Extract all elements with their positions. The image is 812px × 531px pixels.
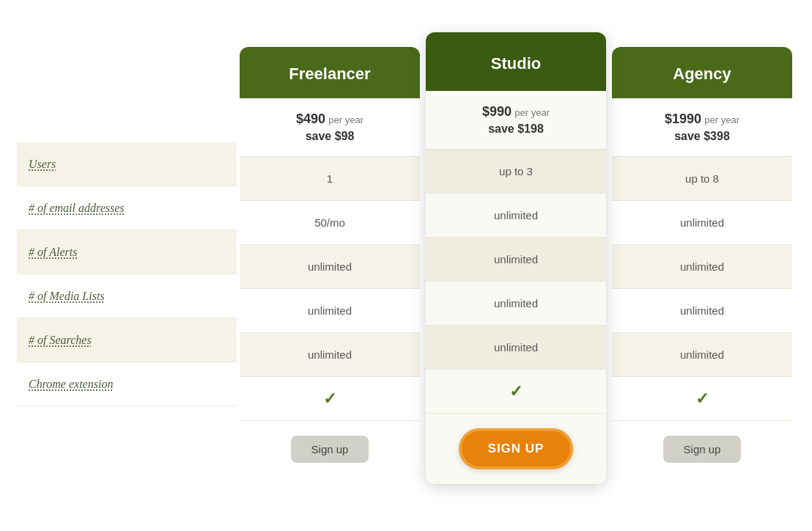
freelancer-medialists: unlimited bbox=[240, 289, 420, 333]
freelancer-alerts: unlimited bbox=[240, 245, 420, 289]
agency-check-icon: ✓ bbox=[695, 389, 709, 409]
plan-studio: Studio $990 per year save $198 up to 3 u… bbox=[426, 32, 606, 484]
feature-emails: # of email addresses bbox=[17, 186, 237, 230]
agency-chrome: ✓ bbox=[612, 377, 792, 421]
freelancer-save: save $98 bbox=[247, 130, 413, 143]
studio-header: Studio bbox=[426, 32, 606, 91]
studio-signup-cell: SIGN UP bbox=[426, 414, 606, 484]
agency-users: up to 8 bbox=[612, 157, 792, 201]
agency-price-amount: $1990 bbox=[665, 111, 701, 126]
freelancer-plan-name: Freelancer bbox=[251, 65, 408, 84]
agency-price-block: $1990 per year save $398 bbox=[612, 98, 792, 157]
feature-label-alerts: # of Alerts bbox=[29, 246, 77, 259]
freelancer-users: 1 bbox=[240, 157, 420, 201]
freelancer-signup-cell: Sign up bbox=[240, 421, 420, 477]
feature-label-users: Users bbox=[29, 158, 56, 171]
studio-searches: unlimited bbox=[426, 326, 606, 370]
freelancer-price-block: $490 per year save $98 bbox=[240, 98, 420, 157]
studio-plan-name: Studio bbox=[438, 54, 594, 73]
agency-save: save $398 bbox=[619, 130, 785, 143]
freelancer-price-period: per year bbox=[328, 114, 363, 125]
freelancer-searches: unlimited bbox=[240, 333, 420, 377]
feature-searches: # of Searches bbox=[17, 318, 237, 362]
feature-alerts: # of Alerts bbox=[17, 230, 237, 274]
agency-searches: unlimited bbox=[612, 333, 792, 377]
agency-price-line: $1990 per year bbox=[619, 111, 785, 127]
agency-alerts: unlimited bbox=[612, 245, 792, 289]
feature-label-emails: # of email addresses bbox=[29, 202, 125, 215]
studio-chrome: ✓ bbox=[426, 370, 606, 414]
agency-header: Agency bbox=[612, 47, 792, 98]
studio-emails: unlimited bbox=[426, 194, 606, 238]
studio-price-block: $990 per year save $198 bbox=[426, 91, 606, 150]
studio-signup-button[interactable]: SIGN UP bbox=[459, 428, 574, 469]
plan-agency: Agency $1990 per year save $398 up to 8 … bbox=[612, 47, 792, 477]
studio-users: up to 3 bbox=[426, 150, 606, 194]
freelancer-price-line: $490 per year bbox=[247, 111, 413, 127]
feature-users: Users bbox=[17, 142, 237, 186]
feature-label-chrome: Chrome extension bbox=[29, 378, 113, 391]
freelancer-header: Freelancer bbox=[240, 47, 420, 98]
freelancer-signup-button[interactable]: Sign up bbox=[291, 436, 369, 463]
feature-label-medialists: # of Media Lists bbox=[29, 290, 105, 303]
agency-medialists: unlimited bbox=[612, 289, 792, 333]
agency-signup-cell: Sign up bbox=[612, 421, 792, 477]
plan-freelancer: Freelancer $490 per year save $98 1 50/m… bbox=[240, 47, 420, 477]
feature-label-searches: # of Searches bbox=[29, 334, 92, 347]
agency-emails: unlimited bbox=[612, 201, 792, 245]
agency-signup-button[interactable]: Sign up bbox=[663, 436, 742, 463]
studio-price-amount: $990 bbox=[482, 104, 512, 119]
studio-price-line: $990 per year bbox=[433, 104, 599, 120]
freelancer-chrome: ✓ bbox=[240, 377, 420, 421]
studio-check-icon: ✓ bbox=[509, 382, 523, 401]
agency-plan-name: Agency bbox=[624, 65, 780, 84]
feature-chrome: Chrome extension bbox=[17, 362, 237, 406]
studio-medialists: unlimited bbox=[426, 282, 606, 326]
freelancer-emails: 50/mo bbox=[240, 201, 420, 245]
freelancer-price-amount: $490 bbox=[296, 111, 325, 126]
studio-save: save $198 bbox=[433, 122, 599, 136]
studio-alerts: unlimited bbox=[426, 238, 606, 282]
agency-price-period: per year bbox=[704, 114, 739, 125]
feature-medialists: # of Media Lists bbox=[17, 274, 237, 318]
studio-price-period: per year bbox=[514, 107, 550, 118]
feature-column: Users # of email addresses # of Alerts #… bbox=[17, 47, 237, 406]
pricing-table: Users # of email addresses # of Alerts #… bbox=[0, 18, 812, 513]
freelancer-check-icon: ✓ bbox=[323, 389, 336, 409]
